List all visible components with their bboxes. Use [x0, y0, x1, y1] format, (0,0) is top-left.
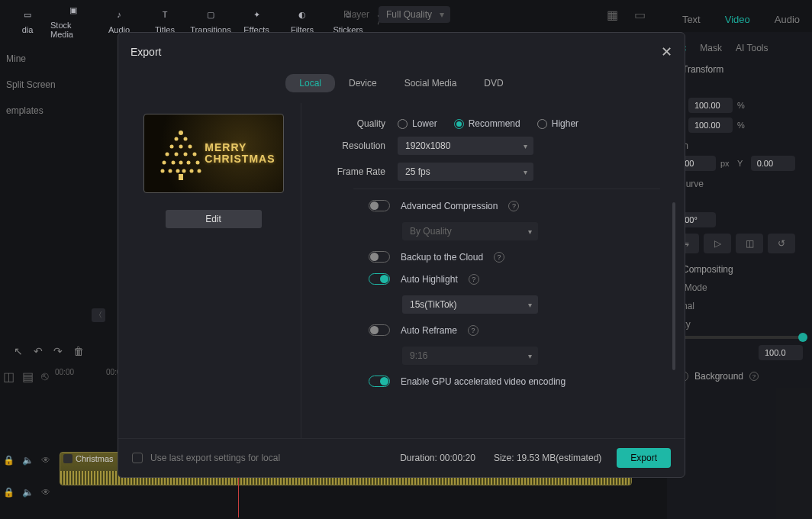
framerate-label: Frame Rate: [323, 166, 398, 177]
preview-text: MERRYCHRISTMAS: [205, 142, 275, 164]
svg-point-7: [174, 153, 178, 156]
resolution-row: Resolution 1920x1080: [323, 137, 660, 155]
adv-compression-select[interactable]: By Quality: [402, 222, 538, 240]
auto-highlight-select[interactable]: 15s(TikTok): [402, 295, 538, 314]
help-icon[interactable]: ?: [469, 274, 479, 285]
export-button[interactable]: Export: [617, 448, 671, 468]
scrollbar[interactable]: [672, 202, 675, 370]
radio-higher[interactable]: Higher: [537, 118, 578, 129]
quality-radio-group: Lower Recommend Higher: [398, 118, 578, 129]
framerate-select[interactable]: 25 fps: [398, 163, 533, 181]
help-icon[interactable]: ?: [468, 325, 478, 336]
radio-label: Higher: [552, 118, 578, 129]
svg-point-5: [188, 145, 192, 149]
svg-point-12: [179, 161, 182, 165]
svg-rect-21: [179, 174, 183, 180]
framerate-row: Frame Rate 25 fps: [323, 163, 660, 181]
resolution-select[interactable]: 1920x1080: [398, 137, 533, 155]
svg-point-6: [165, 153, 169, 156]
svg-point-16: [168, 169, 172, 173]
svg-point-1: [174, 137, 178, 141]
last-settings-label: Use last export settings for local: [150, 453, 280, 463]
svg-point-14: [195, 161, 199, 165]
svg-point-19: [189, 169, 193, 173]
adv-compression-label: Advanced Compression: [401, 201, 498, 211]
gpu-toggle[interactable]: [369, 376, 390, 387]
radio-icon: [537, 119, 547, 129]
auto-highlight-label: Auto Highlight: [401, 274, 458, 285]
adv-compression-row: Advanced Compression ?: [369, 200, 660, 211]
auto-highlight-toggle[interactable]: [369, 273, 390, 285]
export-tabs: Local Device Social Media DVD: [285, 74, 517, 92]
auto-reframe-select[interactable]: 9:16: [402, 347, 538, 365]
close-icon[interactable]: ✕: [661, 44, 672, 60]
svg-point-13: [186, 161, 190, 165]
modal-body: MERRYCHRISTMAS Edit Quality Lower Recomm…: [118, 103, 685, 438]
svg-point-17: [176, 169, 179, 173]
modal-footer: Use last export settings for local Durat…: [118, 438, 685, 477]
auto-reframe-label: Auto Reframe: [401, 325, 457, 336]
svg-point-20: [197, 169, 201, 173]
auto-reframe-toggle[interactable]: [369, 324, 390, 336]
tree-icon: [158, 128, 204, 182]
auto-reframe-row: Auto Reframe ?: [369, 324, 660, 336]
help-icon[interactable]: ?: [508, 201, 519, 211]
gpu-label: Enable GPU accelerated video encoding: [401, 376, 566, 387]
svg-point-2: [183, 137, 187, 141]
radio-icon: [398, 119, 408, 129]
tab-social-media[interactable]: Social Media: [391, 74, 471, 92]
svg-point-10: [162, 161, 166, 165]
svg-point-8: [183, 153, 187, 156]
svg-point-18: [182, 169, 185, 173]
modal-title: Export: [130, 46, 161, 58]
tab-local[interactable]: Local: [285, 74, 335, 92]
backup-toggle[interactable]: [369, 251, 390, 263]
radio-label: Recommend: [469, 118, 520, 129]
svg-point-9: [192, 153, 196, 156]
last-settings-checkbox[interactable]: [132, 453, 143, 463]
backup-row: Backup to the Cloud ?: [369, 251, 660, 263]
radio-label: Lower: [412, 118, 437, 129]
gpu-row: Enable GPU accelerated video encoding: [369, 376, 660, 387]
svg-point-3: [169, 145, 173, 149]
svg-point-4: [179, 145, 182, 149]
auto-highlight-row: Auto Highlight ?: [369, 273, 660, 285]
edit-button[interactable]: Edit: [166, 210, 262, 228]
radio-icon: [454, 119, 464, 129]
svg-point-15: [160, 169, 164, 173]
tab-dvd[interactable]: DVD: [470, 74, 517, 92]
footer-info: Duration: 00:00:20 Size: 19.53 MB(estima…: [400, 453, 601, 463]
tab-device[interactable]: Device: [335, 74, 391, 92]
duration-text: Duration: 00:00:20: [400, 453, 475, 463]
help-icon[interactable]: ?: [494, 252, 504, 263]
export-preview: MERRYCHRISTMAS: [143, 114, 284, 193]
adv-compression-toggle[interactable]: [369, 200, 390, 211]
export-modal: Export ✕ Local Device Social Media DVD M…: [118, 32, 685, 478]
resolution-label: Resolution: [323, 140, 398, 151]
svg-point-11: [171, 161, 175, 165]
modal-right-panel: Quality Lower Recommend Higher Resolutio…: [301, 103, 677, 438]
quality-label: Quality: [323, 118, 398, 129]
svg-point-0: [179, 131, 183, 135]
modal-header: Export ✕: [118, 33, 685, 66]
quality-row: Quality Lower Recommend Higher: [323, 118, 660, 129]
divider: [353, 189, 660, 189]
radio-recommend[interactable]: Recommend: [454, 118, 520, 129]
size-text: Size: 19.53 MB(estimated): [494, 453, 601, 463]
radio-lower[interactable]: Lower: [398, 118, 437, 129]
modal-left-panel: MERRYCHRISTMAS Edit: [126, 103, 301, 438]
backup-label: Backup to the Cloud: [401, 252, 483, 263]
